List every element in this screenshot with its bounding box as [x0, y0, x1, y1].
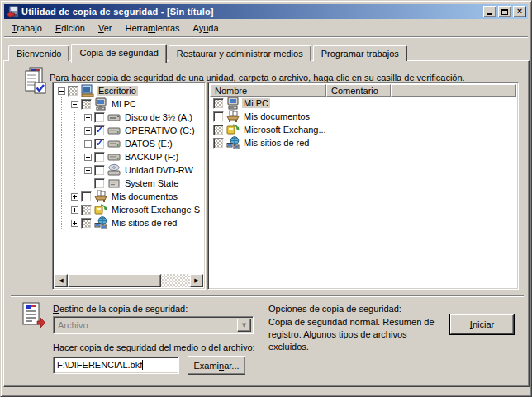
list-item-microsoft-exchang[interactable]: Microsoft Exchang... — [210, 123, 516, 136]
menu-item-ayuda[interactable]: Ayuda — [187, 21, 226, 35]
tree-item-label[interactable]: Microsoft Exchange S — [110, 205, 202, 215]
checkbox-mis-documentos[interactable] — [213, 111, 224, 122]
tree-item-label[interactable]: System State — [123, 178, 180, 188]
tree-item-microsoft-exchange-s[interactable]: Microsoft Exchange S — [55, 203, 203, 216]
checkbox-backup-f[interactable] — [94, 152, 105, 163]
expander-slot — [81, 137, 94, 150]
checkbox-mis-documentos[interactable] — [81, 191, 92, 202]
tab-restaurar-y-administrar-medios[interactable]: Restaurar y administrar medios — [169, 45, 311, 61]
documents-icon — [226, 110, 240, 123]
menu-item-herramientas[interactable]: Herramientas — [119, 21, 187, 35]
options-line: Copia de seguridad normal. Resumen de — [268, 316, 435, 328]
tree-item-datos-e[interactable]: DATOS (E:) — [55, 137, 203, 150]
browse-button[interactable]: Examinar... — [188, 356, 245, 375]
destination-value: Archivo — [58, 320, 88, 330]
collapse-icon[interactable] — [71, 101, 78, 108]
desktop-icon — [81, 84, 94, 97]
expand-icon[interactable] — [84, 154, 92, 161]
tree-item-escritorio[interactable]: Escritorio — [55, 84, 203, 97]
tree-item-mi-pc[interactable]: Mi PC — [55, 97, 203, 111]
expand-icon[interactable] — [84, 167, 92, 174]
expander-slot — [68, 203, 81, 216]
backup-selection-list[interactable]: Nombre Comentario Mi PCMis documentosMic… — [207, 82, 519, 290]
tab-bienvenido[interactable]: Bienvenido — [8, 45, 69, 61]
column-header-comentario[interactable]: Comentario — [326, 84, 391, 97]
menu-item-ver[interactable]: Ver — [92, 21, 119, 35]
expand-icon[interactable] — [71, 206, 78, 214]
checkbox-escritorio[interactable] — [68, 86, 78, 97]
minimize-button[interactable] — [483, 6, 496, 17]
checkbox-microsoft-exchang[interactable] — [213, 125, 224, 135]
tree-indent-guide — [55, 137, 68, 150]
destination-combobox[interactable]: Archivo ▼ — [53, 316, 254, 334]
tab-programar-trabajos[interactable]: Programar trabajos — [313, 45, 407, 61]
scroll-left-button[interactable]: ◀ — [55, 274, 68, 287]
checkbox-system-state[interactable] — [94, 178, 105, 189]
checkbox-datos-e[interactable] — [94, 139, 105, 149]
hard-drive-icon — [107, 137, 121, 150]
tree-item-label[interactable]: Mi PC — [110, 99, 138, 109]
list-item-mis-documentos[interactable]: Mis documentos — [210, 110, 516, 123]
tree-horizontal-scrollbar[interactable]: ◀ ▶ — [55, 274, 203, 287]
menu-divider — [4, 36, 528, 38]
tree-indent-guide — [55, 163, 68, 177]
expand-icon[interactable] — [71, 220, 78, 227]
scroll-right-button[interactable]: ▶ — [190, 274, 203, 287]
tree-item-label[interactable]: BACKUP (F:) — [123, 152, 180, 162]
expand-icon[interactable] — [71, 193, 78, 201]
tree-item-label[interactable]: OPERATIVO (C:) — [123, 125, 197, 135]
collapse-icon[interactable] — [58, 87, 65, 95]
tree-item-label[interactable]: Unidad DVD-RW — [123, 165, 195, 175]
list-item-label[interactable]: Mis documentos — [242, 111, 311, 121]
backup-destination-icon — [21, 301, 45, 331]
tree-item-label[interactable]: Mis sitios de red — [110, 218, 178, 228]
list-item-label[interactable]: Microsoft Exchang... — [242, 125, 328, 135]
list-item-label[interactable]: Mis sitios de red — [242, 138, 311, 148]
backup-selection-tree[interactable]: EscritorioMi PCDisco de 3½ (A:)OPERATIVO… — [52, 82, 206, 290]
tree-indent-guide — [68, 111, 81, 124]
tree-item-operativo-c[interactable]: OPERATIVO (C:) — [55, 124, 203, 137]
backup-file-input[interactable]: F:\DIFERENCIAL.bkf — [53, 357, 179, 374]
tree-item-label[interactable]: Mis documentos — [110, 191, 179, 201]
tab-strip: BienvenidoCopia de seguridadRestaurar y … — [8, 42, 409, 61]
title-bar[interactable]: Utilidad de copia de seguridad - [Sin tí… — [4, 4, 528, 19]
checkbox-microsoft-exchange-s[interactable] — [81, 205, 92, 215]
tab-copia-de-seguridad[interactable]: Copia de seguridad — [71, 44, 166, 63]
chevron-down-icon: ▼ — [242, 322, 246, 328]
list-header: Nombre Comentario — [210, 84, 516, 97]
maximize-button[interactable] — [498, 6, 511, 17]
expander-slot — [68, 190, 81, 203]
tree-item-mis-documentos[interactable]: Mis documentos — [55, 190, 203, 203]
checkbox-disco-de-3-a[interactable] — [94, 112, 105, 123]
checkbox-mi-pc[interactable] — [81, 99, 92, 110]
tree-item-backup-f[interactable]: BACKUP (F:) — [55, 150, 203, 163]
tree-item-mis-sitios-de-red[interactable]: Mis sitios de red — [55, 216, 203, 229]
tree-item-unidad-dvd-rw[interactable]: Unidad DVD-RW — [55, 163, 203, 177]
tree-indent-guide — [55, 150, 68, 163]
checkbox-mis-sitios-de-red[interactable] — [81, 218, 92, 229]
list-item-label[interactable]: Mi PC — [242, 98, 270, 108]
list-item-mi-pc[interactable]: Mi PC — [210, 97, 516, 110]
scrollbar-track[interactable] — [68, 274, 190, 287]
expand-icon[interactable] — [84, 140, 92, 148]
checkbox-operativo-c[interactable] — [94, 125, 105, 136]
tree-item-label[interactable]: Disco de 3½ (A:) — [123, 112, 194, 122]
menu-item-edicion[interactable]: Edición — [49, 21, 92, 35]
expand-icon[interactable] — [84, 127, 92, 135]
menu-item-trabajo[interactable]: Trabajo — [5, 21, 49, 35]
checkbox-mi-pc[interactable] — [213, 98, 224, 109]
tree-item-disco-de-3-a[interactable]: Disco de 3½ (A:) — [55, 111, 203, 124]
expand-icon[interactable] — [84, 114, 92, 121]
tree-item-label[interactable]: Escritorio — [97, 86, 138, 96]
list-item-mis-sitios-de-red[interactable]: Mis sitios de red — [210, 136, 516, 149]
section-divider — [11, 295, 524, 297]
start-button[interactable]: Iniciar — [450, 314, 514, 334]
options-description: Copia de seguridad normal. Resumen de re… — [268, 316, 435, 353]
tree-item-label[interactable]: DATOS (E:) — [123, 139, 174, 149]
checkbox-mis-sitios-de-red[interactable] — [213, 138, 224, 149]
close-button[interactable]: × — [513, 6, 526, 17]
checkbox-unidad-dvd-rw[interactable] — [94, 165, 105, 176]
column-header-nombre[interactable]: Nombre — [210, 84, 326, 97]
tree-item-system-state[interactable]: System State — [55, 177, 203, 190]
scrollbar-thumb[interactable] — [68, 274, 161, 287]
